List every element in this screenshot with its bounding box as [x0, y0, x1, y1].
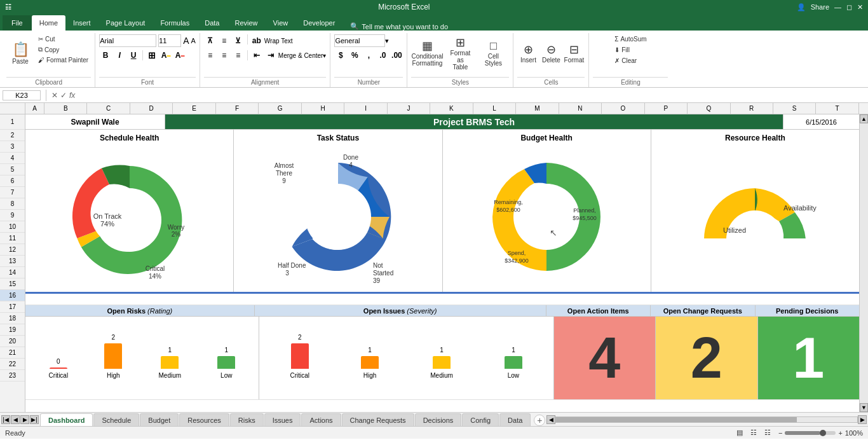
- autosum-button[interactable]: Σ AutoSum: [612, 34, 649, 44]
- increase-font-icon[interactable]: A: [183, 36, 189, 46]
- tell-me-box[interactable]: 🔍 Tell me what you want to do: [342, 22, 868, 31]
- merge-center-button[interactable]: Merge & Center▾: [278, 52, 327, 59]
- tab-prev-button[interactable]: ◀: [11, 415, 20, 424]
- project-title-cell[interactable]: Project BRMS Tech: [165, 114, 783, 129]
- tab-budget[interactable]: Budget: [140, 413, 179, 426]
- scroll-left-button[interactable]: ◀: [546, 415, 555, 424]
- col-header-N[interactable]: N: [559, 103, 602, 114]
- tab-review[interactable]: Review: [227, 15, 265, 31]
- row-num-16[interactable]: 16: [0, 290, 25, 301]
- tab-page-layout[interactable]: Page Layout: [98, 15, 153, 31]
- row-num-6[interactable]: 6: [0, 175, 25, 187]
- format-as-table-button[interactable]: ⊞ Format asTable: [444, 34, 476, 72]
- tab-view[interactable]: View: [266, 15, 296, 31]
- row-num-11[interactable]: 11: [0, 233, 25, 244]
- row-num-7[interactable]: 7: [0, 187, 25, 198]
- cancel-formula-icon[interactable]: ✕: [51, 91, 58, 100]
- row-num-18[interactable]: 18: [0, 313, 25, 324]
- tab-insert[interactable]: Insert: [65, 15, 98, 31]
- bold-button[interactable]: B: [99, 49, 112, 62]
- wrap-text-button[interactable]: Wrap Text: [264, 34, 293, 47]
- maximize-icon[interactable]: ◻: [846, 3, 852, 11]
- col-header-M[interactable]: M: [516, 103, 559, 114]
- zoom-in-button[interactable]: +: [838, 429, 842, 437]
- cell-styles-button[interactable]: □ CellStyles: [477, 34, 509, 72]
- cell-reference-input[interactable]: [3, 90, 41, 100]
- tab-file[interactable]: File: [3, 15, 32, 31]
- row-num-17[interactable]: 17: [0, 301, 25, 313]
- center-align-button[interactable]: ≡: [218, 49, 231, 62]
- scroll-up-button[interactable]: ▲: [860, 114, 868, 123]
- decrease-indent-button[interactable]: ⇤: [250, 49, 263, 62]
- row-num-2[interactable]: 2: [0, 130, 25, 141]
- minimize-icon[interactable]: —: [834, 3, 841, 11]
- confirm-formula-icon[interactable]: ✓: [60, 91, 67, 100]
- share-button[interactable]: Share: [811, 3, 829, 11]
- col-header-R[interactable]: R: [731, 103, 773, 114]
- insert-function-icon[interactable]: fx: [69, 91, 75, 100]
- tab-first-button[interactable]: |◀: [1, 415, 10, 424]
- tab-actions[interactable]: Actions: [301, 413, 341, 426]
- tab-issues[interactable]: Issues: [264, 413, 301, 426]
- row-num-8[interactable]: 8: [0, 198, 25, 210]
- col-header-Q[interactable]: Q: [688, 103, 730, 114]
- scroll-right-button[interactable]: ▶: [858, 415, 867, 424]
- zoom-slider[interactable]: [785, 431, 836, 435]
- col-header-P[interactable]: P: [645, 103, 688, 114]
- col-header-B[interactable]: B: [44, 103, 87, 114]
- orientation-button[interactable]: ab: [250, 34, 263, 47]
- percent-button[interactable]: %: [348, 49, 361, 62]
- date-cell[interactable]: 6/15/2016: [783, 114, 859, 129]
- align-bottom-button[interactable]: ⊻: [232, 34, 245, 47]
- col-header-S[interactable]: S: [773, 103, 816, 114]
- align-middle-button[interactable]: ≡: [218, 34, 231, 47]
- tab-dashboard[interactable]: Dashboard: [40, 413, 93, 426]
- view-layout-button[interactable]: ☷: [750, 429, 757, 437]
- tab-last-button[interactable]: ▶|: [30, 415, 39, 424]
- font-name-input[interactable]: [99, 34, 156, 47]
- currency-button[interactable]: $: [334, 49, 347, 62]
- row-num-14[interactable]: 14: [0, 267, 25, 278]
- row-num-22[interactable]: 22: [0, 359, 25, 370]
- row-num-19[interactable]: 19: [0, 324, 25, 336]
- row-num-21[interactable]: 21: [0, 347, 25, 359]
- insert-button[interactable]: ⊕ Insert: [517, 34, 539, 72]
- format-painter-button[interactable]: 🖌 Format Painter: [36, 55, 91, 65]
- row-num-5[interactable]: 5: [0, 164, 25, 175]
- tab-data[interactable]: Data: [499, 413, 531, 426]
- col-header-C[interactable]: C: [87, 103, 130, 114]
- row-num-20[interactable]: 20: [0, 336, 25, 347]
- format-button[interactable]: ⊟ Format: [563, 34, 585, 72]
- col-header-A[interactable]: A: [25, 103, 44, 114]
- col-header-E[interactable]: E: [173, 103, 215, 114]
- row-num-9[interactable]: 9: [0, 210, 25, 221]
- font-size-input[interactable]: [158, 34, 181, 47]
- tab-schedule[interactable]: Schedule: [93, 413, 139, 426]
- delete-button[interactable]: ⊖ Delete: [540, 34, 562, 72]
- col-header-J[interactable]: J: [388, 103, 430, 114]
- col-header-L[interactable]: L: [473, 103, 516, 114]
- tab-risks[interactable]: Risks: [230, 413, 264, 426]
- cut-button[interactable]: ✂ Cut: [36, 34, 91, 44]
- scroll-down-button[interactable]: ▼: [860, 403, 868, 412]
- increase-indent-button[interactable]: ⇥: [264, 49, 277, 62]
- row-num-23[interactable]: 23: [0, 370, 25, 382]
- paste-button[interactable]: 📋 Paste: [6, 34, 34, 72]
- col-header-D[interactable]: D: [130, 103, 173, 114]
- add-sheet-button[interactable]: +: [534, 415, 545, 426]
- tab-home[interactable]: Home: [32, 15, 65, 31]
- row-num-10[interactable]: 10: [0, 221, 25, 233]
- vertical-scrollbar[interactable]: ▲ ▼: [859, 114, 868, 412]
- col-header-K[interactable]: K: [430, 103, 473, 114]
- tab-developer[interactable]: Developer: [295, 15, 342, 31]
- close-icon[interactable]: ✕: [857, 3, 863, 11]
- tab-change-requests[interactable]: Change Requests: [342, 413, 414, 426]
- tab-decisions[interactable]: Decisions: [415, 413, 462, 426]
- tab-data[interactable]: Data: [197, 15, 227, 31]
- copy-button[interactable]: ⧉ Copy: [36, 45, 91, 55]
- decrease-decimal-button[interactable]: .0: [376, 49, 389, 62]
- number-format-arrow[interactable]: ▾: [385, 37, 389, 45]
- zoom-handle[interactable]: [820, 430, 826, 436]
- tab-next-button[interactable]: ▶: [20, 415, 29, 424]
- comma-button[interactable]: ,: [362, 49, 375, 62]
